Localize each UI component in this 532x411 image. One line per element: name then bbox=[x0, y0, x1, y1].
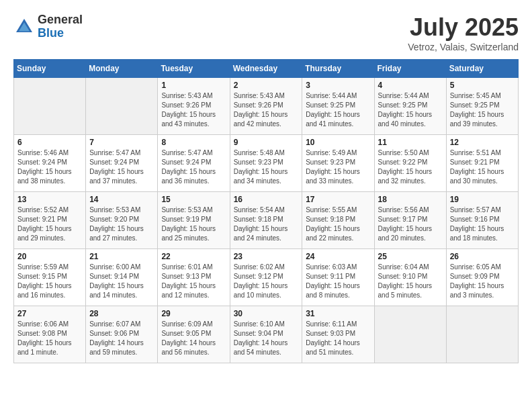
day-detail: Sunrise: 5:56 AMSunset: 9:17 PMDaylight:… bbox=[378, 205, 443, 243]
calendar-week-row: 20Sunrise: 5:59 AMSunset: 9:15 PMDayligh… bbox=[14, 249, 519, 306]
logo-icon bbox=[13, 16, 35, 38]
day-detail: Sunrise: 5:47 AMSunset: 9:24 PMDaylight:… bbox=[89, 148, 154, 186]
calendar-cell: 19Sunrise: 5:57 AMSunset: 9:16 PMDayligh… bbox=[446, 192, 518, 249]
calendar-cell: 11Sunrise: 5:50 AMSunset: 9:22 PMDayligh… bbox=[374, 135, 446, 192]
day-detail: Sunrise: 5:49 AMSunset: 9:23 PMDaylight:… bbox=[306, 148, 370, 186]
calendar-cell: 23Sunrise: 6:02 AMSunset: 9:12 PMDayligh… bbox=[230, 249, 302, 306]
day-number: 8 bbox=[161, 138, 226, 147]
logo-text: General Blue bbox=[38, 13, 83, 40]
day-detail: Sunrise: 5:46 AMSunset: 9:24 PMDaylight:… bbox=[17, 148, 82, 186]
page-header: General Blue July 2025 Vetroz, Valais, S… bbox=[13, 13, 519, 52]
day-detail: Sunrise: 6:03 AMSunset: 9:11 PMDaylight:… bbox=[306, 263, 370, 300]
calendar-table: SundayMondayTuesdayWednesdayThursdayFrid… bbox=[13, 59, 519, 363]
day-number: 24 bbox=[306, 252, 370, 261]
day-number: 17 bbox=[306, 195, 370, 204]
location-subtitle: Vetroz, Valais, Switzerland bbox=[408, 42, 519, 52]
calendar-cell: 3Sunrise: 5:44 AMSunset: 9:25 PMDaylight… bbox=[302, 78, 374, 135]
day-number: 31 bbox=[306, 309, 370, 318]
month-title: July 2025 bbox=[408, 13, 519, 42]
calendar-cell: 4Sunrise: 5:44 AMSunset: 9:25 PMDaylight… bbox=[374, 78, 446, 135]
logo-general: General bbox=[38, 13, 83, 26]
day-detail: Sunrise: 5:54 AMSunset: 9:18 PMDaylight:… bbox=[234, 205, 299, 243]
day-number: 25 bbox=[378, 252, 443, 261]
calendar-week-row: 13Sunrise: 5:52 AMSunset: 9:21 PMDayligh… bbox=[14, 192, 519, 249]
weekday-header: Wednesday bbox=[230, 60, 302, 78]
day-number: 19 bbox=[450, 195, 515, 204]
calendar-cell: 12Sunrise: 5:51 AMSunset: 9:21 PMDayligh… bbox=[446, 135, 518, 192]
day-detail: Sunrise: 6:02 AMSunset: 9:12 PMDaylight:… bbox=[234, 263, 299, 300]
day-detail: Sunrise: 5:43 AMSunset: 9:26 PMDaylight:… bbox=[161, 91, 226, 129]
day-detail: Sunrise: 5:57 AMSunset: 9:16 PMDaylight:… bbox=[450, 205, 515, 243]
calendar-cell: 22Sunrise: 6:01 AMSunset: 9:13 PMDayligh… bbox=[158, 249, 230, 306]
day-detail: Sunrise: 5:55 AMSunset: 9:18 PMDaylight:… bbox=[306, 205, 370, 243]
calendar-week-row: 1Sunrise: 5:43 AMSunset: 9:26 PMDaylight… bbox=[14, 78, 519, 135]
day-detail: Sunrise: 6:07 AMSunset: 9:06 PMDaylight:… bbox=[89, 320, 154, 357]
calendar-cell: 30Sunrise: 6:10 AMSunset: 9:04 PMDayligh… bbox=[230, 306, 302, 363]
day-detail: Sunrise: 5:53 AMSunset: 9:19 PMDaylight:… bbox=[161, 205, 226, 243]
calendar-cell: 20Sunrise: 5:59 AMSunset: 9:15 PMDayligh… bbox=[14, 249, 86, 306]
day-detail: Sunrise: 5:59 AMSunset: 9:15 PMDaylight:… bbox=[17, 263, 82, 300]
calendar-cell: 17Sunrise: 5:55 AMSunset: 9:18 PMDayligh… bbox=[302, 192, 374, 249]
calendar-cell: 8Sunrise: 5:47 AMSunset: 9:24 PMDaylight… bbox=[158, 135, 230, 192]
day-detail: Sunrise: 6:00 AMSunset: 9:14 PMDaylight:… bbox=[89, 263, 154, 300]
day-number: 14 bbox=[89, 195, 154, 204]
weekday-header: Friday bbox=[374, 60, 446, 78]
day-detail: Sunrise: 6:05 AMSunset: 9:09 PMDaylight:… bbox=[450, 263, 515, 300]
day-number: 28 bbox=[89, 309, 154, 318]
calendar-cell: 14Sunrise: 5:53 AMSunset: 9:20 PMDayligh… bbox=[86, 192, 158, 249]
day-number: 21 bbox=[89, 252, 154, 261]
logo: General Blue bbox=[13, 13, 83, 40]
weekday-header: Saturday bbox=[446, 60, 518, 78]
day-number: 9 bbox=[234, 138, 299, 147]
day-number: 3 bbox=[306, 81, 370, 90]
day-detail: Sunrise: 6:10 AMSunset: 9:04 PMDaylight:… bbox=[234, 320, 299, 357]
day-detail: Sunrise: 5:53 AMSunset: 9:20 PMDaylight:… bbox=[89, 205, 154, 243]
calendar-cell: 6Sunrise: 5:46 AMSunset: 9:24 PMDaylight… bbox=[14, 135, 86, 192]
day-number: 13 bbox=[17, 195, 82, 204]
calendar-body: 1Sunrise: 5:43 AMSunset: 9:26 PMDaylight… bbox=[14, 78, 519, 363]
calendar-cell: 26Sunrise: 6:05 AMSunset: 9:09 PMDayligh… bbox=[446, 249, 518, 306]
day-number: 2 bbox=[234, 81, 299, 90]
calendar-cell: 1Sunrise: 5:43 AMSunset: 9:26 PMDaylight… bbox=[158, 78, 230, 135]
day-number: 6 bbox=[17, 138, 82, 147]
calendar-week-row: 27Sunrise: 6:06 AMSunset: 9:08 PMDayligh… bbox=[14, 306, 519, 363]
day-number: 30 bbox=[234, 309, 299, 318]
calendar-cell: 16Sunrise: 5:54 AMSunset: 9:18 PMDayligh… bbox=[230, 192, 302, 249]
weekday-header: Thursday bbox=[302, 60, 374, 78]
weekday-row: SundayMondayTuesdayWednesdayThursdayFrid… bbox=[14, 60, 519, 78]
logo-blue: Blue bbox=[38, 26, 64, 40]
day-number: 4 bbox=[378, 81, 443, 90]
day-number: 12 bbox=[450, 138, 515, 147]
day-number: 20 bbox=[17, 252, 82, 261]
day-number: 5 bbox=[450, 81, 515, 90]
calendar-cell: 7Sunrise: 5:47 AMSunset: 9:24 PMDaylight… bbox=[86, 135, 158, 192]
day-detail: Sunrise: 6:04 AMSunset: 9:10 PMDaylight:… bbox=[378, 263, 443, 300]
day-number: 27 bbox=[17, 309, 82, 318]
day-number: 10 bbox=[306, 138, 370, 147]
calendar-cell: 13Sunrise: 5:52 AMSunset: 9:21 PMDayligh… bbox=[14, 192, 86, 249]
day-number: 22 bbox=[161, 252, 226, 261]
day-number: 23 bbox=[234, 252, 299, 261]
day-number: 16 bbox=[234, 195, 299, 204]
calendar-week-row: 6Sunrise: 5:46 AMSunset: 9:24 PMDaylight… bbox=[14, 135, 519, 192]
day-number: 1 bbox=[161, 81, 226, 90]
weekday-header: Tuesday bbox=[158, 60, 230, 78]
day-detail: Sunrise: 5:45 AMSunset: 9:25 PMDaylight:… bbox=[450, 91, 515, 129]
calendar-cell: 27Sunrise: 6:06 AMSunset: 9:08 PMDayligh… bbox=[14, 306, 86, 363]
calendar-cell: 18Sunrise: 5:56 AMSunset: 9:17 PMDayligh… bbox=[374, 192, 446, 249]
day-detail: Sunrise: 6:09 AMSunset: 9:05 PMDaylight:… bbox=[161, 320, 226, 357]
calendar-cell: 31Sunrise: 6:11 AMSunset: 9:03 PMDayligh… bbox=[302, 306, 374, 363]
day-detail: Sunrise: 5:44 AMSunset: 9:25 PMDaylight:… bbox=[378, 91, 443, 129]
calendar-cell: 21Sunrise: 6:00 AMSunset: 9:14 PMDayligh… bbox=[86, 249, 158, 306]
title-block: July 2025 Vetroz, Valais, Switzerland bbox=[408, 13, 519, 52]
calendar-cell bbox=[14, 78, 86, 135]
day-detail: Sunrise: 5:51 AMSunset: 9:21 PMDaylight:… bbox=[450, 148, 515, 186]
calendar-cell: 15Sunrise: 5:53 AMSunset: 9:19 PMDayligh… bbox=[158, 192, 230, 249]
day-detail: Sunrise: 5:43 AMSunset: 9:26 PMDaylight:… bbox=[234, 91, 299, 129]
day-detail: Sunrise: 5:48 AMSunset: 9:23 PMDaylight:… bbox=[234, 148, 299, 186]
day-detail: Sunrise: 6:06 AMSunset: 9:08 PMDaylight:… bbox=[17, 320, 82, 357]
calendar-cell: 28Sunrise: 6:07 AMSunset: 9:06 PMDayligh… bbox=[86, 306, 158, 363]
day-detail: Sunrise: 6:01 AMSunset: 9:13 PMDaylight:… bbox=[161, 263, 226, 300]
calendar-cell: 29Sunrise: 6:09 AMSunset: 9:05 PMDayligh… bbox=[158, 306, 230, 363]
day-number: 26 bbox=[450, 252, 515, 261]
